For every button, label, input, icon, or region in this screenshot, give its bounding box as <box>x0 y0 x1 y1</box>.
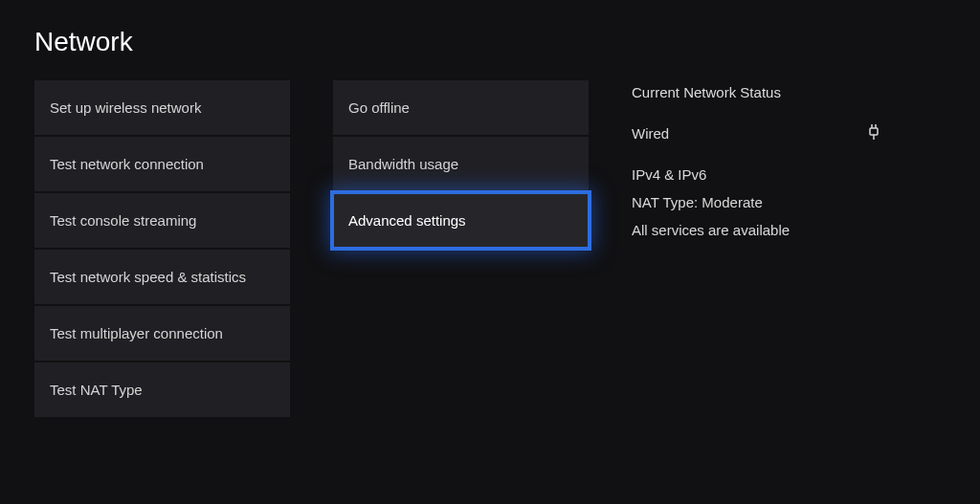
go-offline-button[interactable]: Go offline <box>333 80 589 135</box>
test-network-connection-button[interactable]: Test network connection <box>34 137 290 191</box>
status-services: All services are available <box>632 222 919 238</box>
advanced-settings-button[interactable]: Advanced settings <box>333 193 589 248</box>
status-ip-version: IPv4 & IPv6 <box>632 166 919 183</box>
test-console-streaming-button[interactable]: Test console streaming <box>34 193 290 248</box>
bandwidth-usage-button[interactable]: Bandwidth usage <box>333 137 589 191</box>
status-nat-type: NAT Type: Moderate <box>632 194 919 210</box>
test-nat-type-button[interactable]: Test NAT Type <box>34 362 290 417</box>
setup-wireless-button[interactable]: Set up wireless network <box>34 80 290 135</box>
svg-rect-0 <box>870 128 878 135</box>
network-status-panel: Current Network Status Wired IPv4 & IPv6… <box>632 80 919 417</box>
mid-menu: Go offline Bandwidth usage Advanced sett… <box>333 80 589 417</box>
status-heading: Current Network Status <box>632 84 919 100</box>
status-connection-row: Wired <box>632 123 919 143</box>
left-menu: Set up wireless network Test network con… <box>34 80 290 417</box>
test-network-speed-button[interactable]: Test network speed & statistics <box>34 250 290 304</box>
plug-icon <box>867 123 880 143</box>
network-content: Set up wireless network Test network con… <box>0 80 980 417</box>
status-connection-type: Wired <box>632 125 669 142</box>
page-title: Network <box>0 0 980 80</box>
test-multiplayer-button[interactable]: Test multiplayer connection <box>34 306 290 361</box>
status-details: IPv4 & IPv6 NAT Type: Moderate All servi… <box>632 166 919 238</box>
